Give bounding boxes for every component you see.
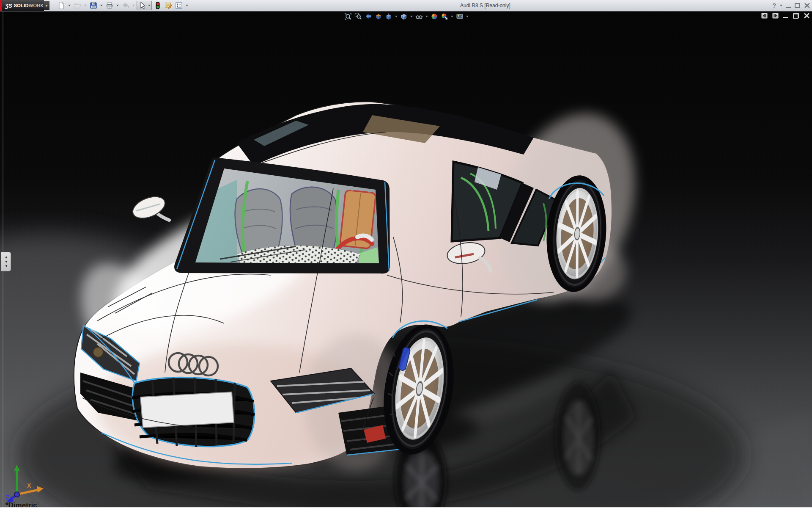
zoom-to-area-button[interactable] xyxy=(354,12,362,21)
interference-lights-button[interactable] xyxy=(153,1,162,10)
feature-manager-collapsed-tab[interactable] xyxy=(1,252,11,271)
help-button[interactable]: ? xyxy=(772,2,776,9)
apply-scene-dropdown[interactable] xyxy=(450,12,454,21)
license-plate xyxy=(140,392,234,428)
undo-dropdown[interactable] xyxy=(131,1,136,10)
z-axis-label: Z xyxy=(6,494,10,501)
window-controls: ? xyxy=(772,0,810,11)
help-dropdown[interactable] xyxy=(780,5,782,6)
dassault-3ds-mark: ƷS xyxy=(5,3,12,9)
hide-show-items-dropdown[interactable] xyxy=(425,12,428,21)
new-document-icon xyxy=(57,1,66,10)
select-cursor-icon xyxy=(138,1,146,10)
rear-wheel-reflection xyxy=(555,382,601,490)
minimize-button[interactable] xyxy=(786,3,791,8)
eyeglasses-icon xyxy=(415,13,423,20)
display-style-dropdown[interactable] xyxy=(409,12,413,21)
doc-close-button[interactable] xyxy=(804,13,810,19)
save-button[interactable] xyxy=(88,1,98,10)
headsup-view-toolbar xyxy=(343,12,469,21)
new-document-button[interactable] xyxy=(56,1,66,10)
document-window-controls xyxy=(761,13,810,19)
select-tool-button[interactable] xyxy=(137,1,152,10)
apply-scene-button[interactable] xyxy=(440,12,449,21)
options-button[interactable] xyxy=(174,1,184,10)
comment-button[interactable] xyxy=(163,1,173,10)
view-settings-button[interactable] xyxy=(455,12,464,21)
print-icon xyxy=(105,1,114,10)
x-axis-label: X xyxy=(27,482,31,489)
collapse-panel-right-button[interactable] xyxy=(772,13,779,19)
previous-view-button[interactable] xyxy=(364,12,373,21)
display-style-icon xyxy=(400,13,408,20)
open-dropdown[interactable] xyxy=(83,1,88,10)
main-toolbar xyxy=(56,0,189,11)
view-orientation-dropdown[interactable] xyxy=(394,12,398,21)
section-view-button[interactable] xyxy=(374,12,383,21)
print-dropdown[interactable] xyxy=(115,1,120,10)
print-button[interactable] xyxy=(104,1,114,10)
options-dropdown[interactable] xyxy=(184,1,189,10)
doc-minimize-button[interactable] xyxy=(783,13,788,18)
chevron-left-icon xyxy=(5,265,7,267)
view-settings-icon xyxy=(456,13,464,20)
zoom-to-area-icon xyxy=(354,13,362,20)
zoom-to-fit-icon xyxy=(344,13,352,20)
apply-scene-icon xyxy=(441,13,448,20)
zoom-to-fit-button[interactable] xyxy=(343,12,352,21)
collapse-panel-left-button[interactable] xyxy=(761,13,768,19)
doc-restore-button[interactable] xyxy=(793,13,799,19)
view-settings-dropdown[interactable] xyxy=(465,12,469,21)
panel-left-icon xyxy=(762,14,767,18)
traffic-light-icon xyxy=(154,1,162,10)
display-style-button[interactable] xyxy=(399,12,408,21)
model-scene-audi-r8[interactable]: X Z *Dimetric xyxy=(0,11,812,508)
undo-arrow-icon xyxy=(121,1,130,10)
select-tool-dropdown[interactable] xyxy=(147,1,151,10)
undo-button[interactable] xyxy=(121,1,130,10)
open-folder-icon xyxy=(73,1,82,10)
save-floppy-icon xyxy=(89,1,98,10)
solidworks-logo: ƷS SOLIDWORKS xyxy=(2,0,44,11)
section-view-icon xyxy=(375,13,382,20)
graphics-viewport[interactable]: X Z *Dimetric xyxy=(0,11,812,508)
hide-show-items-button[interactable] xyxy=(414,12,423,21)
restore-button[interactable] xyxy=(795,3,800,8)
open-button[interactable] xyxy=(72,1,82,10)
previous-view-icon xyxy=(365,13,372,20)
new-document-dropdown[interactable] xyxy=(67,1,71,10)
edit-appearance-button[interactable] xyxy=(430,12,439,21)
solidworks-window: { "titlebar": { "brand": { "mark": "ƷS",… xyxy=(0,0,812,508)
title-bar: ƷS SOLIDWORKS ▸ xyxy=(0,0,812,11)
view-orientation-icon xyxy=(385,13,392,20)
comment-note-icon xyxy=(164,1,173,10)
chevron-left-icon xyxy=(5,256,7,259)
appearance-ball-icon xyxy=(431,13,438,20)
options-list-icon xyxy=(175,1,183,10)
menu-expand-arrow[interactable]: ▸ xyxy=(44,1,49,10)
close-button[interactable] xyxy=(804,3,810,8)
chevron-left-icon xyxy=(5,260,7,263)
window-title: Audi R8 S [Read-only] xyxy=(460,3,510,8)
panel-right-icon xyxy=(773,14,778,18)
view-orientation-button[interactable] xyxy=(384,12,393,21)
save-dropdown[interactable] xyxy=(99,1,104,10)
